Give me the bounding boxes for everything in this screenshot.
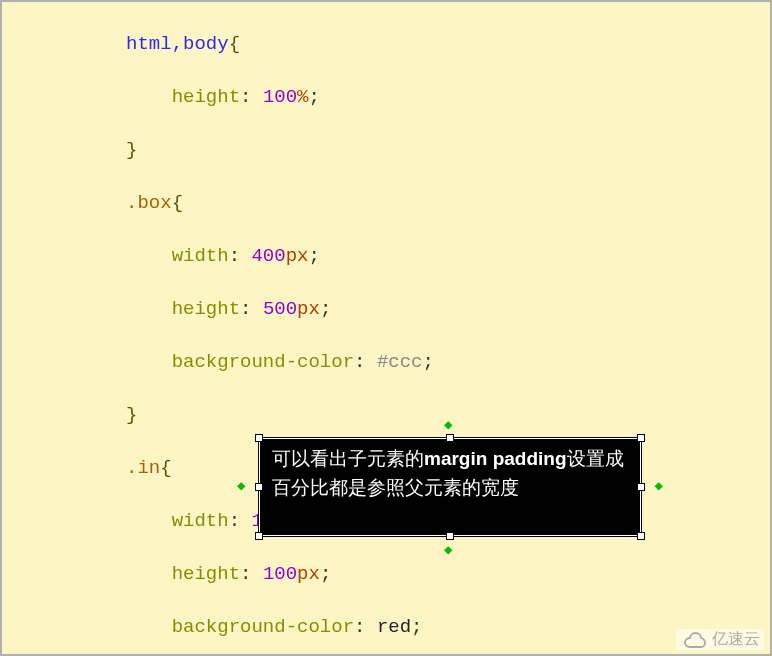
resize-handle-br[interactable] <box>637 532 645 540</box>
code-editor: html,body{ height: 100%; } .box{ width: … <box>2 2 770 654</box>
rotate-handle-icon[interactable]: ◆ <box>237 477 245 494</box>
code-line: } <box>2 402 770 429</box>
code-line: .box{ <box>2 190 770 217</box>
resize-handle-tm[interactable] <box>446 434 454 442</box>
rotate-handle-icon[interactable]: ◆ <box>444 416 452 433</box>
watermark-text: 亿速云 <box>712 629 760 650</box>
rotate-handle-icon[interactable]: ◆ <box>444 541 452 558</box>
resize-handle-bm[interactable] <box>446 532 454 540</box>
resize-handle-tl[interactable] <box>255 434 263 442</box>
resize-handle-ml[interactable] <box>255 483 263 491</box>
watermark-logo: 亿速云 <box>676 629 764 650</box>
cloud-icon <box>680 631 708 649</box>
resize-handle-bl[interactable] <box>255 532 263 540</box>
rotate-handle-icon[interactable]: ◆ <box>655 477 663 494</box>
code-line: width: 400px; <box>2 243 770 270</box>
code-line: height: 100%; <box>2 84 770 111</box>
code-line: background-color: #ccc; <box>2 349 770 376</box>
code-line: background-color: red; <box>2 614 770 641</box>
code-line: } <box>2 137 770 164</box>
code-line: html,body{ <box>2 31 770 58</box>
code-line: height: 500px; <box>2 296 770 323</box>
resize-handle-tr[interactable] <box>637 434 645 442</box>
code-line: height: 100px; <box>2 561 770 588</box>
selection-handles: ◆ ◆ ◆ ◆ <box>259 438 641 536</box>
resize-handle-mr[interactable] <box>637 483 645 491</box>
